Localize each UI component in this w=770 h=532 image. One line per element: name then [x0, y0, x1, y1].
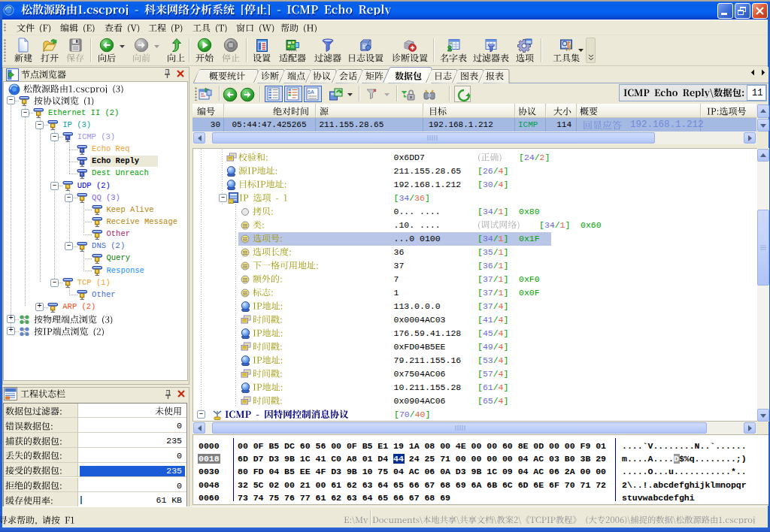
svg-text:6A: 6A [308, 89, 314, 95]
